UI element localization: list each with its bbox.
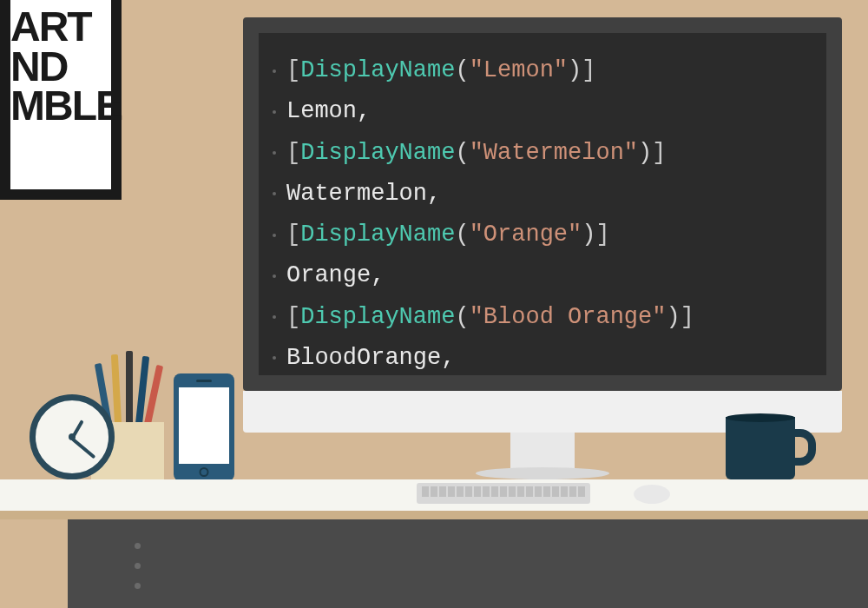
pencil-icon [126, 351, 133, 426]
poster-line-3: MBLE [10, 86, 111, 126]
code-editor[interactable]: [DisplayName("Lemon")]Lemon,[DisplayName… [274, 50, 811, 379]
code-line[interactable]: [DisplayName("Orange")] [274, 215, 811, 255]
string-literal: "Lemon" [470, 57, 568, 83]
mug-handle [790, 429, 816, 466]
desk-grommets [135, 543, 141, 589]
clock-minute-hand [71, 437, 96, 459]
string-literal: "Watermelon" [470, 140, 638, 166]
monitor-stand [510, 433, 575, 469]
phone-speaker [196, 380, 212, 382]
mug-icon [726, 417, 795, 479]
wall-poster: ART ND MBLE [0, 0, 122, 200]
enum-member: BloodOrange, [286, 345, 455, 371]
enum-member: Lemon, [286, 98, 371, 124]
keyboard-icon [417, 483, 590, 504]
code-line[interactable]: [DisplayName("Watermelon")] [274, 133, 811, 174]
code-line[interactable]: Watermelon, [274, 174, 811, 215]
monitor-base [476, 467, 609, 479]
attribute-name: DisplayName [300, 57, 455, 83]
string-literal: "Blood Orange" [470, 304, 667, 330]
phone-screen [179, 387, 229, 464]
attribute-name: DisplayName [300, 140, 455, 166]
poster-line-2: ND [10, 47, 111, 87]
phone-icon [174, 373, 234, 481]
monitor-screen: [DisplayName("Lemon")]Lemon,[DisplayName… [243, 17, 842, 391]
attribute-name: DisplayName [300, 304, 455, 330]
clock-icon [30, 394, 115, 479]
clock-center [69, 433, 76, 440]
code-line[interactable]: [DisplayName("Lemon")] [274, 50, 811, 91]
code-line[interactable]: Lemon, [274, 91, 811, 132]
mouse-icon [634, 485, 670, 504]
code-line[interactable]: BloodOrange, [274, 338, 811, 379]
enum-member: Watermelon, [286, 181, 441, 207]
string-literal: "Orange" [470, 221, 582, 248]
desk-front [68, 519, 868, 608]
desk-shadow [0, 511, 868, 519]
phone-home-button [200, 467, 209, 477]
enum-member: Orange, [286, 262, 385, 288]
poster-line-1: ART [10, 7, 111, 47]
pencil-icon [111, 354, 122, 426]
attribute-name: DisplayName [300, 221, 455, 248]
code-line[interactable]: [DisplayName("Blood Orange")] [274, 297, 811, 338]
code-line[interactable]: Orange, [274, 255, 811, 296]
